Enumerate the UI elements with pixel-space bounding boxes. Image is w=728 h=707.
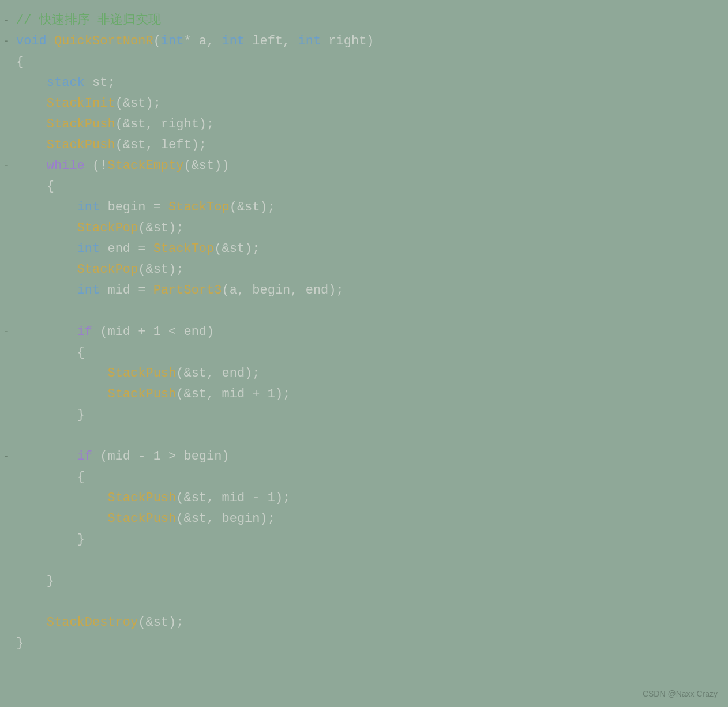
- token: (mid + 1 < end): [92, 325, 214, 339]
- code-line: {: [0, 176, 728, 197]
- token: (&st);: [138, 615, 183, 630]
- line-text: stack st;: [13, 73, 115, 93]
- code-line: [0, 550, 728, 571]
- token: StackPush: [107, 491, 176, 505]
- code-line: - if (mid - 1 > begin): [0, 446, 728, 467]
- token: if: [77, 449, 92, 464]
- token: StackPop: [77, 262, 138, 277]
- line-text: {: [13, 343, 85, 363]
- token: (mid - 1 > begin): [92, 449, 230, 464]
- code-line: StackPush(&st, begin);: [0, 509, 728, 529]
- code-line: StackPush(&st, mid - 1);: [0, 488, 728, 509]
- code-line: StackPush(&st, end);: [0, 363, 728, 384]
- token: {: [77, 470, 85, 484]
- fold-button[interactable]: -: [0, 32, 13, 51]
- code-block: -// 快速排序 非递归实现-void QuickSortNonR(int* a…: [0, 10, 728, 654]
- token: (&st);: [138, 221, 183, 235]
- fold-button[interactable]: -: [0, 157, 13, 175]
- token: (&st);: [214, 242, 260, 256]
- line-text: }: [13, 633, 24, 653]
- token: QuickSortNonR: [54, 34, 153, 48]
- token: StackEmpty: [107, 159, 183, 173]
- line-text: }: [13, 405, 85, 425]
- code-line: }: [0, 529, 728, 550]
- token: (&st, left);: [115, 138, 207, 152]
- code-container: -// 快速排序 非递归实现-void QuickSortNonR(int* a…: [0, 0, 728, 707]
- code-line: -void QuickSortNonR(int* a, int left, in…: [0, 31, 728, 52]
- token: StackTop: [153, 242, 215, 256]
- token: (&st);: [230, 200, 275, 215]
- line-text: int begin = StackTop(&st);: [13, 197, 275, 217]
- watermark: CSDN @Naxx Crazy: [643, 687, 718, 700]
- code-line: }: [0, 405, 728, 426]
- code-line: StackInit(&st);: [0, 93, 728, 114]
- line-text: // 快速排序 非递归实现: [13, 10, 161, 31]
- code-line: -// 快速排序 非递归实现: [0, 10, 728, 31]
- line-text: StackPush(&st, mid + 1);: [13, 384, 290, 404]
- line-text: StackPush(&st, begin);: [13, 509, 275, 529]
- code-line: }: [0, 633, 728, 654]
- code-line: StackPop(&st);: [0, 218, 728, 239]
- token: }: [47, 574, 54, 588]
- line-text: }: [13, 529, 85, 550]
- token: (&st, begin);: [176, 512, 275, 526]
- token: mid =: [100, 283, 153, 298]
- code-line: StackPush(&st, left);: [0, 135, 728, 156]
- token: (&st)): [183, 159, 229, 173]
- token: StackInit: [47, 96, 115, 111]
- line-text: StackPop(&st);: [13, 218, 183, 238]
- token: int: [222, 34, 245, 48]
- fold-button[interactable]: -: [0, 447, 13, 466]
- token: StackTop: [168, 200, 230, 215]
- line-text: int mid = PartSort3(a, begin, end);: [13, 280, 344, 300]
- token: StackPush: [47, 117, 115, 131]
- code-line: {: [0, 467, 728, 488]
- token: // 快速排序 非递归实现: [16, 13, 161, 28]
- token: if: [77, 325, 92, 339]
- code-line: StackPush(&st, right);: [0, 114, 728, 135]
- token: begin =: [100, 200, 168, 215]
- token: {: [77, 345, 85, 360]
- line-text: {: [13, 176, 54, 197]
- line-text: StackPush(&st, left);: [13, 135, 207, 155]
- line-text: }: [13, 571, 54, 591]
- token: int: [77, 283, 100, 298]
- line-text: {: [13, 467, 85, 487]
- line-text: StackPush(&st, right);: [13, 114, 214, 134]
- line-text: if (mid - 1 > begin): [13, 446, 230, 467]
- line-text: StackPush(&st, end);: [13, 363, 260, 383]
- token: right): [321, 34, 374, 48]
- token: (&st, right);: [115, 117, 215, 131]
- token: }: [77, 532, 85, 547]
- fold-button[interactable]: -: [0, 12, 13, 30]
- line-text: if (mid + 1 < end): [13, 322, 214, 342]
- code-line: stack st;: [0, 73, 728, 93]
- line-text: StackDestroy(&st);: [13, 612, 183, 633]
- token: }: [16, 636, 24, 650]
- code-line: StackPush(&st, mid + 1);: [0, 384, 728, 405]
- code-line: int begin = StackTop(&st);: [0, 197, 728, 218]
- fold-button[interactable]: -: [0, 323, 13, 341]
- token: (&st, mid + 1);: [176, 387, 290, 401]
- code-line: [0, 301, 728, 322]
- token: StackPush: [107, 512, 176, 526]
- token: while: [47, 159, 85, 173]
- code-line: - while (!StackEmpty(&st)): [0, 156, 728, 176]
- token: int: [161, 34, 184, 48]
- code-line: StackDestroy(&st);: [0, 612, 728, 633]
- token: end =: [100, 242, 153, 256]
- token: PartSort3: [153, 283, 222, 298]
- token: st;: [85, 76, 115, 90]
- token: StackPop: [77, 221, 138, 235]
- token: {: [47, 179, 54, 194]
- token: (&st);: [115, 96, 161, 111]
- token: * a,: [183, 34, 222, 48]
- token: StackPush: [107, 366, 176, 381]
- token: void: [16, 34, 54, 48]
- code-line: {: [0, 52, 728, 73]
- token: (a, begin, end);: [222, 283, 343, 298]
- token: (&st, mid - 1);: [176, 491, 290, 505]
- line-text: while (!StackEmpty(&st)): [13, 156, 230, 176]
- line-text: StackInit(&st);: [13, 93, 161, 114]
- token: (&st);: [138, 262, 183, 277]
